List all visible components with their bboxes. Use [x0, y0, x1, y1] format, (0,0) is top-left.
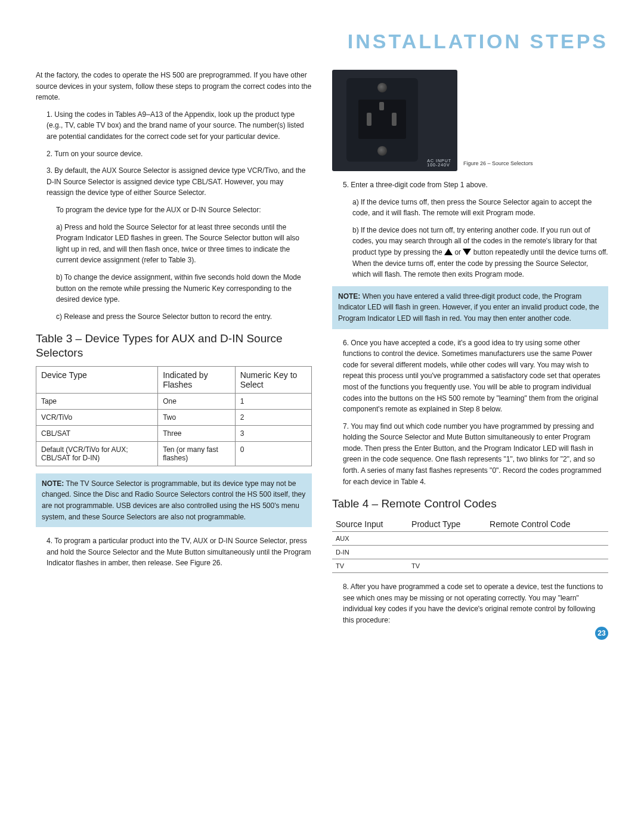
left-column: At the factory, the codes to operate the…: [36, 70, 312, 631]
table4-title: Table 4 – Remote Control Codes: [332, 497, 608, 511]
step-5: 5. Enter a three-digit code from Step 1 …: [343, 179, 608, 191]
step-1: 1. Using the codes in Tables A9–A13 of t…: [47, 109, 312, 143]
step-7: 7. You may find out which code number yo…: [343, 421, 608, 488]
step-5b: b) If the device does not turn off, try …: [352, 225, 608, 280]
step-8: 8. After you have programmed a code set …: [343, 581, 608, 625]
page-number-badge: 23: [595, 627, 608, 640]
page-title: INSTALLATION STEPS: [36, 30, 608, 53]
table-row: VCR/TiVo Two 2: [36, 409, 312, 425]
table-row: Tape One 1: [36, 393, 312, 409]
step-3: 3. By default, the AUX Source Selector i…: [47, 165, 312, 199]
table-row: Default (VCR/TiVo for AUX; CBL/SAT for D…: [36, 441, 312, 466]
table3-title: Table 3 – Device Types for AUX and D-IN …: [36, 332, 312, 360]
step-4: 4. To program a particular product into …: [47, 535, 312, 569]
t4-header-code: Remote Control Code: [486, 517, 608, 532]
table-row: TV TV: [332, 559, 608, 573]
table3: Device Type Indicated by Flashes Numeric…: [36, 366, 312, 466]
table4: Source Input Product Type Remote Control…: [332, 517, 608, 573]
figure-26-image: AC INPUT 100-240V: [332, 70, 457, 171]
step-5a: a) If the device turns off, then press t…: [352, 197, 608, 219]
note-label: NOTE:: [338, 292, 360, 301]
note-text: When you have entered a valid three-digi…: [338, 292, 599, 323]
step-3c: c) Release and press the Source Selector…: [56, 311, 312, 323]
figure-26-caption: Figure 26 – Source Selectors: [463, 160, 533, 166]
table-row: CBL/SAT Three 3: [36, 425, 312, 441]
t4-header-product: Product Type: [408, 517, 486, 532]
triangle-down-icon: [463, 249, 471, 255]
right-column: AC INPUT 100-240V Figure 26 – Source Sel…: [332, 70, 608, 631]
step-6: 6. Once you have accepted a code, it's a…: [343, 337, 608, 415]
fig-ac-input: AC INPUT: [427, 159, 451, 163]
step-2: 2. Turn on your source device.: [47, 148, 312, 160]
note-label: NOTE:: [42, 479, 64, 488]
t3-header-numeric: Numeric Key to Select: [235, 366, 311, 393]
table-row: D-IN: [332, 546, 608, 559]
fig-voltage: 100-240V: [427, 163, 451, 168]
note-box-2: NOTE: When you have entered a valid thre…: [332, 286, 608, 329]
triangle-up-icon: [444, 249, 453, 255]
step-3a: a) Press and hold the Source Selector fo…: [56, 222, 312, 266]
note-box-1: NOTE: The TV Source Selector is programm…: [36, 473, 312, 527]
t3-header-device: Device Type: [36, 366, 158, 393]
intro-paragraph: At the factory, the codes to operate the…: [36, 70, 312, 103]
t4-header-source: Source Input: [332, 517, 408, 532]
step-3-intro: To program the device type for the AUX o…: [56, 205, 312, 216]
t3-header-flashes: Indicated by Flashes: [158, 366, 236, 393]
note-text: The TV Source Selector is programmable, …: [42, 479, 305, 521]
table-row: AUX: [332, 532, 608, 546]
step-3b: b) To change the device assignment, with…: [56, 272, 312, 305]
